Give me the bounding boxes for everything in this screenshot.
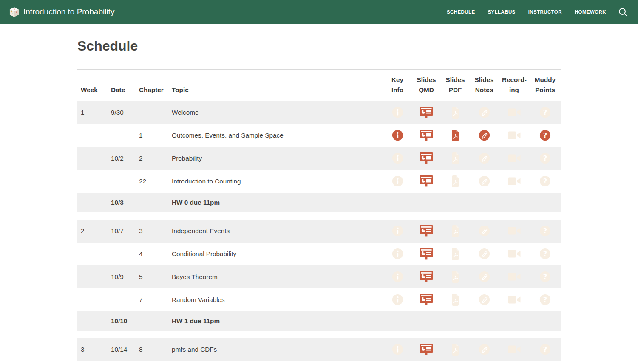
column-header-slides-notes: SlidesNotes xyxy=(470,69,499,101)
question-icon[interactable]: ? xyxy=(539,130,551,141)
pencil-icon xyxy=(479,248,490,260)
record--ing-cell xyxy=(499,170,530,193)
slides-notes-cell xyxy=(470,288,499,311)
schedule-row: 10/95Bayes Theorem? xyxy=(77,265,561,288)
presentation-icon[interactable] xyxy=(419,344,434,355)
search-icon[interactable] xyxy=(618,7,628,17)
svg-text:?: ? xyxy=(543,250,547,258)
presentation-icon[interactable] xyxy=(419,271,434,282)
chapter-cell: 22 xyxy=(136,170,168,193)
slides-qmd-cell xyxy=(412,193,441,212)
column-header-topic: Topic xyxy=(168,69,383,101)
key-info-cell xyxy=(383,265,412,288)
nav-item-instructor[interactable]: INSTRUCTOR xyxy=(528,9,562,14)
muddy-points-cell xyxy=(530,193,561,212)
svg-text:?: ? xyxy=(543,109,547,117)
slides-pdf-cell xyxy=(441,311,470,331)
chapter-cell: 7 xyxy=(136,288,168,311)
chapter-cell: 8 xyxy=(136,338,168,361)
video-camera-icon xyxy=(508,131,521,140)
nav-item-syllabus[interactable]: SYLLABUS xyxy=(488,9,516,14)
topic-cell: HW 1 due 11pm xyxy=(168,311,383,331)
question-icon: ? xyxy=(539,175,551,187)
slides-qmd-cell xyxy=(412,311,441,331)
slides-pdf-cell xyxy=(441,338,470,361)
chapter-cell: 5 xyxy=(136,265,168,288)
topic-cell: HW 0 due 11pm xyxy=(168,193,383,212)
week-cell xyxy=(77,243,108,265)
brand-link[interactable]: Introduction to Probability xyxy=(9,7,114,17)
topic-cell: pmfs and CDFs xyxy=(168,338,383,361)
presentation-icon[interactable] xyxy=(419,248,434,260)
slides-qmd-cell xyxy=(412,288,441,311)
info-icon xyxy=(392,248,403,260)
column-header-muddy-points: MuddyPoints xyxy=(530,69,561,101)
record--ing-cell xyxy=(499,338,530,361)
video-camera-icon xyxy=(508,249,521,258)
schedule-row: 22Introduction to Counting? xyxy=(77,170,561,193)
nav-item-schedule[interactable]: SCHEDULE xyxy=(447,9,475,14)
record--ing-cell xyxy=(499,265,530,288)
slides-pdf-cell xyxy=(441,288,470,311)
question-icon: ? xyxy=(539,344,551,355)
date-cell: 9/30 xyxy=(108,101,136,124)
presentation-icon[interactable] xyxy=(419,175,434,187)
muddy-points-cell: ? xyxy=(530,265,561,288)
schedule-row: 4Conditional Probability? xyxy=(77,243,561,265)
slides-pdf-cell xyxy=(441,220,470,243)
pencil-icon xyxy=(479,225,490,237)
info-icon xyxy=(392,344,403,355)
week-cell xyxy=(77,265,108,288)
slides-notes-cell xyxy=(470,220,499,243)
pencil-icon[interactable] xyxy=(479,130,490,141)
navbar: Introduction to Probability SCHEDULESYLL… xyxy=(0,0,638,24)
slides-notes-cell xyxy=(470,170,499,193)
topic-cell: Independent Events xyxy=(168,220,383,243)
presentation-icon[interactable] xyxy=(419,130,434,141)
presentation-icon[interactable] xyxy=(419,152,434,164)
slides-notes-cell xyxy=(470,311,499,331)
pencil-icon xyxy=(479,271,490,282)
muddy-points-cell: ? xyxy=(530,147,561,170)
muddy-points-cell xyxy=(530,311,561,331)
nav-item-homework[interactable]: HOMEWORK xyxy=(575,9,606,14)
svg-text:?: ? xyxy=(543,132,547,140)
svg-text:?: ? xyxy=(543,227,547,235)
group-spacer xyxy=(77,212,561,220)
schedule-row: 310/148pmfs and CDFs? xyxy=(77,338,561,361)
key-info-cell xyxy=(383,101,412,124)
info-icon[interactable] xyxy=(392,130,403,141)
slides-notes-cell xyxy=(470,338,499,361)
pdf-file-icon xyxy=(451,344,460,356)
pencil-icon xyxy=(479,175,490,187)
slides-notes-cell xyxy=(470,265,499,288)
key-info-cell xyxy=(383,288,412,311)
date-cell: 10/7 xyxy=(108,220,136,243)
key-info-cell xyxy=(383,220,412,243)
week-cell xyxy=(77,311,108,331)
presentation-icon[interactable] xyxy=(419,294,434,305)
record--ing-cell xyxy=(499,147,530,170)
record--ing-cell xyxy=(499,311,530,331)
video-camera-icon xyxy=(508,295,521,304)
record--ing-cell xyxy=(499,193,530,212)
presentation-icon[interactable] xyxy=(419,107,434,118)
svg-text:?: ? xyxy=(543,178,547,186)
pdf-file-icon[interactable] xyxy=(451,130,460,141)
column-header-record-ing: Record-ing xyxy=(499,69,530,101)
video-camera-icon xyxy=(508,226,521,235)
slides-notes-cell xyxy=(470,243,499,265)
muddy-points-cell: ? xyxy=(530,124,561,147)
date-cell: 10/2 xyxy=(108,147,136,170)
key-info-cell xyxy=(383,243,412,265)
slides-qmd-cell xyxy=(412,124,441,147)
muddy-points-cell: ? xyxy=(530,338,561,361)
dice-cube-icon xyxy=(9,7,19,17)
question-icon: ? xyxy=(539,294,551,305)
chapter-cell xyxy=(136,193,168,212)
slides-notes-cell xyxy=(470,101,499,124)
presentation-icon[interactable] xyxy=(419,225,434,237)
question-icon: ? xyxy=(539,248,551,260)
slides-pdf-cell xyxy=(441,124,470,147)
week-cell xyxy=(77,147,108,170)
